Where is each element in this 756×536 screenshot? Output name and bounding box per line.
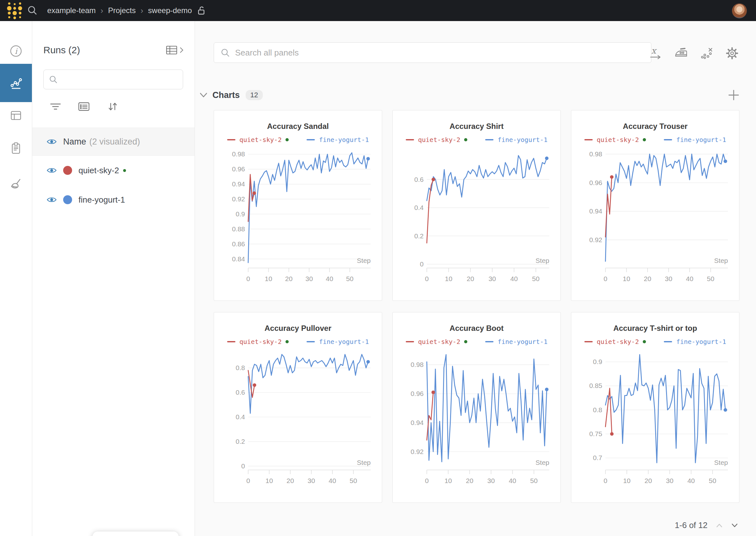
legend-run-name: fine-yogurt-1 bbox=[319, 338, 369, 346]
chart-plot: 0.90.850.80.750.701020304050Step bbox=[577, 348, 733, 490]
chart-legend: quiet-sky-2fine-yogurt-1 bbox=[393, 338, 560, 346]
legend-run-name: quiet-sky-2 bbox=[597, 338, 639, 346]
svg-text:Step: Step bbox=[536, 257, 549, 264]
rail-item-sweeps[interactable] bbox=[0, 176, 32, 193]
pagination-label: 1-6 of 12 bbox=[674, 520, 707, 530]
svg-text:30: 30 bbox=[487, 477, 495, 484]
svg-text:Step: Step bbox=[357, 459, 371, 466]
runs-search-box[interactable] bbox=[43, 70, 183, 89]
svg-text:0.7: 0.7 bbox=[593, 454, 602, 461]
svg-text:0.96: 0.96 bbox=[589, 179, 602, 186]
chart-panel[interactable]: Accuracy Sandalquiet-sky-2fine-yogurt-10… bbox=[214, 110, 382, 301]
wandb-dots-logo-glyph bbox=[4, 1, 24, 20]
legend-item[interactable]: fine-yogurt-1 bbox=[664, 338, 726, 346]
breadcrumb-team[interactable]: example-team bbox=[47, 6, 96, 15]
eye-icon[interactable] bbox=[47, 196, 57, 203]
list-icon[interactable] bbox=[78, 101, 90, 112]
filter-icon[interactable] bbox=[50, 101, 61, 112]
svg-text:0.6: 0.6 bbox=[414, 176, 424, 183]
legend-item[interactable]: fine-yogurt-1 bbox=[485, 338, 548, 346]
legend-swatch bbox=[485, 139, 493, 140]
panels-search-input[interactable] bbox=[234, 48, 645, 58]
rail-item-overview[interactable]: i bbox=[0, 42, 32, 60]
legend-run-name: quiet-sky-2 bbox=[418, 338, 460, 346]
pagination-prev-button[interactable] bbox=[716, 523, 723, 528]
legend-item[interactable]: quiet-sky-2 bbox=[584, 136, 646, 144]
legend-run-name: fine-yogurt-1 bbox=[498, 338, 548, 346]
legend-swatch bbox=[406, 139, 414, 140]
cutoff-floating-panel bbox=[92, 531, 179, 536]
legend-item[interactable]: fine-yogurt-1 bbox=[307, 338, 369, 346]
legend-item[interactable]: quiet-sky-2 bbox=[227, 338, 289, 346]
breadcrumb-project-name[interactable]: sweep-demo bbox=[148, 6, 192, 15]
global-search-button[interactable] bbox=[27, 5, 38, 16]
search-icon bbox=[27, 5, 38, 16]
workspace-settings-button[interactable] bbox=[725, 46, 740, 61]
workspace-main: x bbox=[195, 21, 756, 536]
svg-text:0.96: 0.96 bbox=[411, 390, 424, 397]
runs-search-input[interactable] bbox=[61, 75, 178, 84]
breadcrumb-projects[interactable]: Projects bbox=[108, 6, 136, 15]
svg-text:50: 50 bbox=[709, 477, 716, 484]
chevron-up-icon bbox=[716, 523, 723, 528]
breadcrumb-separator: › bbox=[100, 6, 103, 16]
svg-text:50: 50 bbox=[349, 477, 357, 484]
svg-text:0: 0 bbox=[241, 462, 245, 470]
info-icon: i bbox=[9, 44, 23, 58]
search-icon bbox=[49, 75, 58, 84]
svg-text:0.94: 0.94 bbox=[589, 207, 602, 215]
workspace-settings-toolbar: x bbox=[648, 46, 740, 61]
legend-item[interactable]: quiet-sky-2 bbox=[584, 338, 646, 346]
svg-text:0.96: 0.96 bbox=[232, 165, 245, 173]
x-axis-icon: x bbox=[648, 46, 663, 60]
rail-item-logs[interactable] bbox=[0, 139, 32, 157]
legend-swatch bbox=[664, 139, 672, 140]
chart-panel[interactable]: Accuracy Pulloverquiet-sky-2fine-yogurt-… bbox=[214, 312, 382, 503]
svg-text:0.75: 0.75 bbox=[589, 430, 602, 437]
svg-text:0.98: 0.98 bbox=[589, 150, 602, 158]
chart-legend: quiet-sky-2fine-yogurt-1 bbox=[214, 136, 382, 144]
panels-search-box[interactable] bbox=[214, 43, 651, 63]
add-panel-plus-icon bbox=[728, 89, 740, 101]
smoothing-settings-button[interactable] bbox=[674, 46, 688, 61]
x-axis-settings-button[interactable]: x bbox=[648, 46, 663, 61]
chart-panel[interactable]: Accuracy Shirtquiet-sky-2fine-yogurt-10.… bbox=[392, 110, 561, 301]
chart-panel[interactable]: Accuracy Bootquiet-sky-2fine-yogurt-10.9… bbox=[392, 312, 561, 503]
legend-run-name: quiet-sky-2 bbox=[418, 136, 460, 144]
rail-item-table[interactable] bbox=[0, 107, 32, 124]
svg-text:50: 50 bbox=[532, 275, 540, 283]
sort-icon[interactable] bbox=[107, 101, 119, 112]
svg-text:20: 20 bbox=[644, 275, 651, 283]
add-panel-button[interactable] bbox=[728, 89, 740, 102]
eye-icon[interactable] bbox=[47, 167, 57, 174]
legend-run-name: fine-yogurt-1 bbox=[676, 338, 726, 346]
legend-item[interactable]: fine-yogurt-1 bbox=[664, 136, 726, 144]
user-avatar[interactable] bbox=[732, 3, 747, 18]
outliers-settings-button[interactable] bbox=[699, 46, 714, 61]
chart-panel[interactable]: Accuracy Trouserquiet-sky-2fine-yogurt-1… bbox=[571, 110, 740, 301]
chart-panel[interactable]: Accuracy T-shirt or topquiet-sky-2fine-y… bbox=[571, 312, 740, 503]
rail-item-workspace-active[interactable] bbox=[0, 64, 32, 102]
run-row-fine-yogurt-1[interactable]: fine-yogurt-1 bbox=[32, 185, 195, 215]
wandb-dots-logo[interactable] bbox=[3, 0, 24, 21]
pagination-next-button[interactable] bbox=[731, 523, 738, 528]
runs-toolbar bbox=[50, 101, 195, 112]
svg-text:0: 0 bbox=[425, 275, 429, 283]
expand-runs-table-button[interactable] bbox=[166, 45, 184, 55]
svg-text:0.9: 0.9 bbox=[236, 210, 245, 218]
legend-item[interactable]: fine-yogurt-1 bbox=[307, 136, 369, 144]
legend-item[interactable]: quiet-sky-2 bbox=[406, 136, 467, 144]
outlier-points-icon bbox=[700, 46, 713, 60]
charts-grid: Accuracy Sandalquiet-sky-2fine-yogurt-10… bbox=[214, 110, 740, 503]
eye-icon[interactable] bbox=[47, 138, 57, 145]
legend-item[interactable]: quiet-sky-2 bbox=[227, 136, 289, 144]
legend-item[interactable]: fine-yogurt-1 bbox=[485, 136, 548, 144]
charts-section-header[interactable]: Charts 12 bbox=[200, 90, 263, 100]
legend-swatch bbox=[307, 341, 315, 342]
svg-text:40: 40 bbox=[686, 275, 693, 283]
run-active-dot bbox=[285, 340, 289, 343]
svg-text:30: 30 bbox=[666, 477, 674, 484]
legend-item[interactable]: quiet-sky-2 bbox=[406, 338, 467, 346]
run-row-quiet-sky-2[interactable]: quiet-sky-2 bbox=[32, 156, 195, 185]
runs-header-row[interactable]: Name (2 visualized) bbox=[32, 128, 195, 156]
